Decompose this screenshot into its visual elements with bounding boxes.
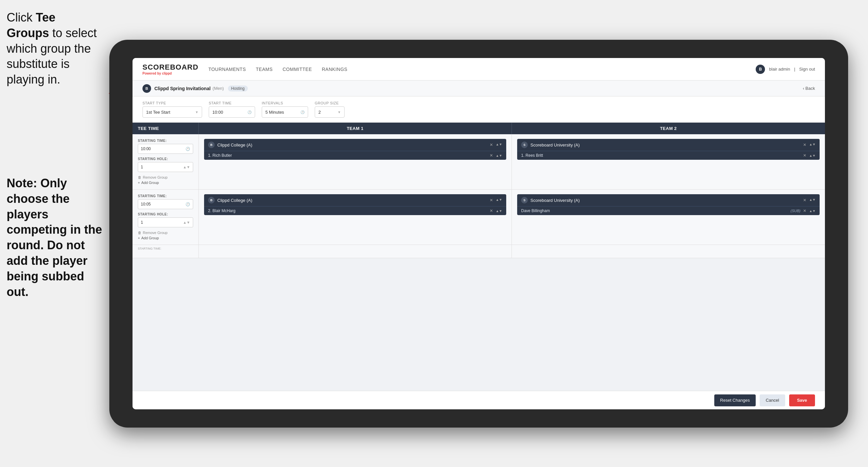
remove-group-button-1[interactable]: 🗑 Remove Group — [138, 175, 193, 179]
team2-name-1: Scoreboard University (A) — [530, 143, 800, 147]
player-row: 1. Rees Britt ✕ ▲▼ — [517, 151, 819, 160]
intervals-field: Intervals 5 Minutes 🕐 — [262, 101, 308, 118]
remove-group-button-2[interactable]: 🗑 Remove Group — [138, 231, 193, 235]
player-name-2-2: Dave Billingham — [521, 208, 786, 213]
starting-hole-input-2[interactable]: 1 ▲▼ — [138, 217, 193, 227]
group-left-2: STARTING TIME: 10:05 🕐 STARTING HOLE: 1 … — [132, 189, 199, 244]
team1-arrows-1[interactable]: ▲▼ — [496, 143, 502, 147]
team2-controls-1: ✕ ▲▼ — [803, 143, 816, 147]
add-group-button-1[interactable]: + Add Group — [138, 181, 193, 185]
player-arrows-1-1[interactable]: ▲▼ — [496, 154, 502, 157]
team1-name-1: Clippd College (A) — [217, 143, 487, 147]
sign-out-link[interactable]: Sign out — [799, 67, 815, 71]
starting-time-label-2: STARTING TIME: — [138, 194, 193, 198]
player-remove-2-1[interactable]: ✕ — [803, 153, 806, 158]
player-remove-1-2[interactable]: ✕ — [490, 208, 493, 213]
team1-dot-2: B — [208, 197, 215, 204]
breadcrumb-icon: B — [143, 84, 151, 93]
team1-controls-1: ✕ ▲▼ — [490, 143, 502, 147]
start-type-label: Start Type — [143, 101, 202, 105]
th-tee-time: Tee Time — [132, 123, 199, 134]
trash-icon-2: 🗑 — [138, 231, 142, 235]
team1-remove-1[interactable]: ✕ — [490, 143, 493, 147]
start-time-input[interactable]: 10:00 🕐 — [209, 107, 255, 118]
user-avatar: B — [756, 65, 765, 74]
team1-arrows-2[interactable]: ▲▼ — [496, 198, 502, 203]
player-arrows-2-2[interactable]: ▲▼ — [809, 209, 816, 213]
team1-card-header-2: B Clippd College (A) ✕ ▲▼ — [204, 194, 506, 206]
player-remove-2-2[interactable]: ✕ — [803, 208, 806, 213]
nav-committee[interactable]: COMMITTEE — [283, 67, 312, 72]
start-type-input[interactable]: 1st Tee Start ▼ — [143, 107, 202, 118]
starting-time-label-1: STARTING TIME: — [138, 139, 193, 143]
team2-dot-2: S — [521, 197, 528, 204]
tablet-screen: SCOREBOARD Powered by clippd TOURNAMENTS… — [132, 58, 825, 409]
navbar: SCOREBOARD Powered by clippd TOURNAMENTS… — [132, 58, 825, 81]
group-size-field: Group Size 2 ▼ — [315, 101, 345, 118]
player-name-1-2: 2. Blair McHarg — [208, 208, 487, 213]
note-text: Note: Only choose the players competing … — [0, 176, 109, 300]
group-row-partial: STARTING TIME: — [132, 245, 825, 258]
team2-name-2: Scoreboard University (A) — [530, 198, 800, 203]
table-header: Tee Time Team 1 Team 2 — [132, 123, 825, 134]
th-team2: Team 2 — [512, 123, 825, 134]
starting-time-input-2[interactable]: 10:05 🕐 — [138, 199, 193, 209]
nav-separator: | — [794, 67, 795, 71]
team1-col-1: B Clippd College (A) ✕ ▲▼ 1. Rich Butler… — [199, 134, 512, 189]
start-time-field: Start Time 10:00 🕐 — [209, 101, 255, 118]
logo-text: SCOREBOARD — [143, 63, 198, 71]
team1-remove-2[interactable]: ✕ — [490, 198, 493, 203]
team2-arrows-2[interactable]: ▲▼ — [809, 198, 816, 203]
player-arrows-1-2[interactable]: ▲▼ — [496, 209, 502, 213]
note-bold: Note: Only choose the players competing … — [7, 176, 102, 299]
team2-remove-2[interactable]: ✕ — [803, 198, 806, 203]
th-team1: Team 1 — [199, 123, 512, 134]
start-time-arrow: 🕐 — [247, 110, 251, 114]
breadcrumb-bar: B Clippd Spring Invitational (Men) Hosti… — [132, 81, 825, 96]
player-name-1-1: 1. Rich Butler — [208, 153, 487, 158]
add-group-button-2[interactable]: + Add Group — [138, 236, 193, 240]
logo-area: SCOREBOARD Powered by clippd — [143, 63, 198, 75]
group-left-1: STARTING TIME: 10:00 🕐 STARTING HOLE: 1 … — [132, 134, 199, 189]
starting-hole-input-1[interactable]: 1 ▲▼ — [138, 162, 193, 172]
team2-controls-2: ✕ ▲▼ — [803, 198, 816, 203]
group-size-input[interactable]: 2 ▼ — [315, 107, 345, 118]
team1-col-2: B Clippd College (A) ✕ ▲▼ 2. Blair McHar… — [199, 189, 512, 244]
team1-name-2: Clippd College (A) — [217, 198, 487, 203]
reset-changes-button[interactable]: Reset Changes — [714, 395, 756, 406]
team2-arrows-1[interactable]: ▲▼ — [809, 143, 816, 147]
user-name: blair admin — [769, 67, 790, 71]
team2-card-header-2: S Scoreboard University (A) ✕ ▲▼ — [517, 194, 819, 206]
breadcrumb-sub: (Men) — [213, 86, 224, 91]
team2-card-header-1: S Scoreboard University (A) ✕ ▲▼ — [517, 139, 819, 151]
nav-teams[interactable]: TEAMS — [256, 67, 273, 72]
nav-rankings[interactable]: RANKINGS — [322, 67, 347, 72]
back-link[interactable]: Back — [803, 86, 815, 91]
save-button[interactable]: Save — [789, 395, 815, 406]
team2-dot-1: S — [521, 142, 528, 148]
player-row: 1. Rich Butler ✕ ▲▼ — [204, 151, 506, 160]
team2-col-2: S Scoreboard University (A) ✕ ▲▼ Dave Bi… — [512, 189, 825, 244]
tablet-device: SCOREBOARD Powered by clippd TOURNAMENTS… — [109, 40, 848, 428]
nav-right: B blair admin | Sign out — [756, 65, 815, 74]
player-arrows-2-1[interactable]: ▲▼ — [809, 154, 816, 157]
intervals-label: Intervals — [262, 101, 308, 105]
starting-time-input-1[interactable]: 10:00 🕐 — [138, 144, 193, 154]
team1-card-header-1: B Clippd College (A) ✕ ▲▼ — [204, 139, 506, 151]
intervals-input[interactable]: 5 Minutes 🕐 — [262, 107, 308, 118]
group-row: STARTING TIME: 10:00 🕐 STARTING HOLE: 1 … — [132, 134, 825, 189]
starting-hole-label-1: STARTING HOLE: — [138, 157, 193, 161]
nav-tournaments[interactable]: TOURNAMENTS — [208, 67, 246, 72]
cancel-button[interactable]: Cancel — [760, 395, 785, 406]
team1-card-2: B Clippd College (A) ✕ ▲▼ 2. Blair McHar… — [204, 194, 506, 215]
player-remove-1-1[interactable]: ✕ — [490, 153, 493, 158]
team2-remove-1[interactable]: ✕ — [803, 143, 806, 147]
team2-col-1: S Scoreboard University (A) ✕ ▲▼ 1. Rees… — [512, 134, 825, 189]
plus-icon-1: + — [138, 181, 140, 185]
player-row: Dave Billingham (SUB) ✕ ▲▼ — [517, 206, 819, 215]
footer-bar: Reset Changes Cancel Save — [132, 391, 825, 409]
trash-icon-1: 🗑 — [138, 175, 142, 179]
powered-by-text: Powered by clippd — [143, 71, 198, 75]
breadcrumb-title: Clippd Spring Invitational — [154, 86, 211, 91]
instruction-line1: Click — [7, 10, 36, 24]
